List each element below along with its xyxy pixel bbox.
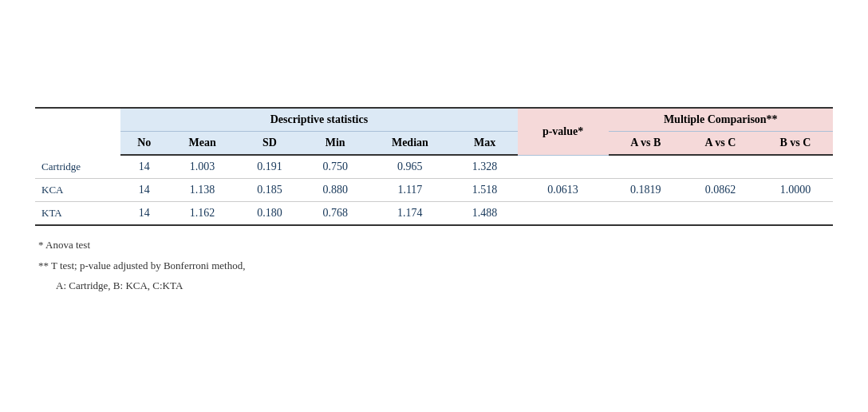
col-min: Min bbox=[302, 132, 368, 156]
footnotes: * Anova test ** T test; p-value adjusted… bbox=[35, 236, 833, 295]
cell-pvalue bbox=[518, 155, 609, 179]
table-row: KCA141.1380.1850.8801.1171.5180.06130.18… bbox=[35, 179, 833, 202]
empty-sub-left bbox=[35, 132, 120, 156]
main-container: Descriptive statistics p-value* Multiple… bbox=[19, 99, 849, 312]
cell-mean: 1.003 bbox=[168, 155, 237, 179]
cell-bvc: 1.0000 bbox=[758, 179, 833, 202]
multiple-comparison-header: Multiple Comparison** bbox=[609, 108, 833, 132]
cell-pvalue bbox=[518, 202, 609, 226]
cell-min: 0.880 bbox=[302, 179, 368, 202]
cell-sd: 0.191 bbox=[237, 155, 302, 179]
footnote-1: * Anova test bbox=[38, 236, 833, 254]
cell-median: 0.965 bbox=[368, 155, 452, 179]
cell-max: 1.518 bbox=[452, 179, 517, 202]
cell-median: 1.117 bbox=[368, 179, 452, 202]
cell-pvalue: 0.0613 bbox=[518, 179, 609, 202]
table-row: KTA141.1620.1800.7681.1741.488 bbox=[35, 202, 833, 226]
cell-no: 14 bbox=[120, 155, 168, 179]
cell-label: Cartridge bbox=[35, 155, 120, 179]
header-top-row: Descriptive statistics p-value* Multiple… bbox=[35, 108, 833, 132]
cell-mean: 1.162 bbox=[168, 202, 237, 226]
col-avc: A vs C bbox=[683, 132, 758, 156]
descriptive-stats-header: Descriptive statistics bbox=[120, 108, 518, 132]
cell-sd: 0.180 bbox=[237, 202, 302, 226]
cell-mean: 1.138 bbox=[168, 179, 237, 202]
cell-avb bbox=[609, 155, 683, 179]
col-median: Median bbox=[368, 132, 452, 156]
cell-avc bbox=[683, 155, 758, 179]
col-mean: Mean bbox=[168, 132, 237, 156]
col-avb: A vs B bbox=[609, 132, 683, 156]
pvalue-header: p-value* bbox=[518, 108, 609, 155]
cell-label: KCA bbox=[35, 179, 120, 202]
cell-avb bbox=[609, 202, 683, 226]
cell-sd: 0.185 bbox=[237, 179, 302, 202]
footnote-2: ** T test; p-value adjusted by Bonferron… bbox=[38, 256, 833, 275]
cell-min: 0.750 bbox=[302, 155, 368, 179]
col-no: No bbox=[120, 132, 168, 156]
footnote-3: A: Cartridge, B: KCA, C:KTA bbox=[38, 276, 833, 295]
cell-avc: 0.0862 bbox=[683, 179, 758, 202]
cell-bvc bbox=[758, 155, 833, 179]
cell-min: 0.768 bbox=[302, 202, 368, 226]
cell-avc bbox=[683, 202, 758, 226]
col-sd: SD bbox=[237, 132, 302, 156]
table-body: Cartridge141.0030.1910.7500.9651.328KCA1… bbox=[35, 155, 833, 225]
cell-avb: 0.1819 bbox=[609, 179, 683, 202]
cell-median: 1.174 bbox=[368, 202, 452, 226]
empty-top-left bbox=[35, 108, 120, 132]
table-row: Cartridge141.0030.1910.7500.9651.328 bbox=[35, 155, 833, 179]
statistics-table: Descriptive statistics p-value* Multiple… bbox=[35, 107, 833, 226]
col-bvc: B vs C bbox=[758, 132, 833, 156]
header-sub-row: No Mean SD Min Median Max A vs B A vs C … bbox=[35, 132, 833, 156]
cell-max: 1.328 bbox=[452, 155, 517, 179]
cell-label: KTA bbox=[35, 202, 120, 226]
col-max: Max bbox=[452, 132, 517, 156]
cell-no: 14 bbox=[120, 202, 168, 226]
cell-no: 14 bbox=[120, 179, 168, 202]
cell-max: 1.488 bbox=[452, 202, 517, 226]
cell-bvc bbox=[758, 202, 833, 226]
